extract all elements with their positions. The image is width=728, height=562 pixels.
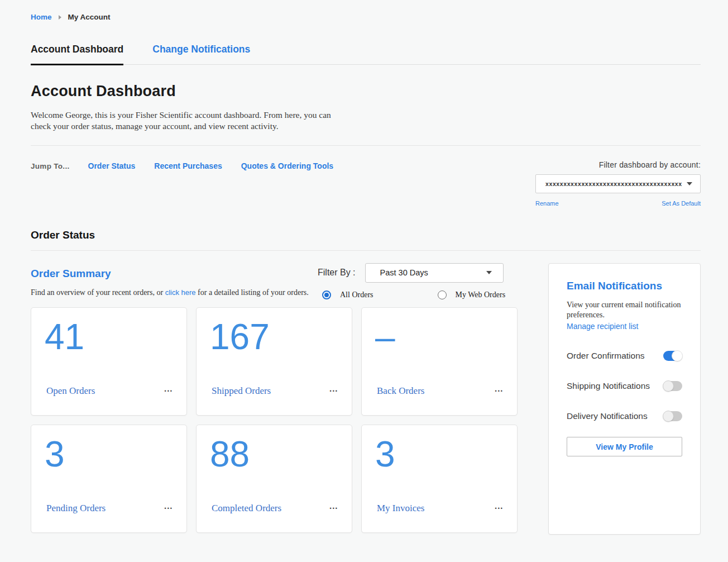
delivery-notifications-toggle[interactable] xyxy=(663,411,682,421)
tab-change-notifications[interactable]: Change Notifications xyxy=(152,44,250,64)
ellipsis-menu-icon[interactable]: ••• xyxy=(494,503,505,513)
date-range-select[interactable]: Past 30 Days xyxy=(365,263,504,283)
breadcrumb-separator-icon xyxy=(59,15,61,20)
breadcrumb-current: My Account xyxy=(68,13,111,21)
back-orders-link[interactable]: Back Orders xyxy=(377,385,424,397)
order-filter-controls: Filter By : Past 30 Days All Orders xyxy=(318,263,519,299)
email-notifications-panel: Email Notifications View your current em… xyxy=(548,263,701,535)
my-invoices-count: 3 xyxy=(375,434,504,475)
completed-orders-link[interactable]: Completed Orders xyxy=(212,503,281,514)
divider xyxy=(31,250,701,251)
email-notifications-title: Email Notifications xyxy=(567,280,682,292)
ellipsis-menu-icon[interactable]: ••• xyxy=(164,503,174,513)
pending-orders-count: 3 xyxy=(45,434,173,475)
welcome-text: Welcome George, this is your Fisher Scie… xyxy=(31,109,335,132)
delivery-notifications-label: Delivery Notifications xyxy=(567,411,648,421)
radio-icon xyxy=(322,290,331,299)
chevron-down-icon xyxy=(486,271,492,274)
toggle-knob xyxy=(663,380,674,392)
rename-link[interactable]: Rename xyxy=(535,200,559,207)
account-filter-label: Filter dashboard by account: xyxy=(535,160,701,169)
tab-account-dashboard[interactable]: Account Dashboard xyxy=(31,44,123,64)
tab-bar: Account Dashboard Change Notifications xyxy=(31,44,701,65)
card-completed-orders: 88 Completed Orders ••• xyxy=(196,425,352,533)
ellipsis-menu-icon[interactable]: ••• xyxy=(494,386,505,396)
account-select[interactable]: xxxxxxxxxxxxxxxxxxxxxxxxxxxxxxxxxxxxxx xyxy=(535,174,701,193)
set-as-default-link[interactable]: Set As Default xyxy=(662,200,701,207)
account-dashboard-page: Home My Account Account Dashboard Change… xyxy=(0,0,728,562)
order-summary-desc-suffix: for a detailed listing of your orders. xyxy=(196,288,309,297)
card-my-invoices: 3 My Invoices ••• xyxy=(361,425,518,533)
shipped-orders-count: 167 xyxy=(210,317,338,358)
radio-my-web-orders-label: My Web Orders xyxy=(456,290,506,299)
order-summary-cards: 41 Open Orders ••• 167 Shipped Orders ••… xyxy=(31,307,519,533)
chevron-down-icon xyxy=(687,182,692,185)
shipping-notifications-toggle[interactable] xyxy=(663,381,682,391)
jump-to-label: Jump To... xyxy=(31,162,70,170)
manage-recipient-list-link[interactable]: Manage recipient list xyxy=(567,322,682,331)
card-open-orders: 41 Open Orders ••• xyxy=(31,307,187,416)
account-filter: Filter dashboard by account: xxxxxxxxxxx… xyxy=(535,160,701,207)
jump-link-order-status[interactable]: Order Status xyxy=(88,161,136,170)
card-back-orders: – Back Orders ••• xyxy=(361,307,518,416)
radio-icon xyxy=(438,290,447,299)
shipped-orders-link[interactable]: Shipped Orders xyxy=(212,385,271,397)
date-range-value: Past 30 Days xyxy=(380,268,486,277)
shipping-notifications-label: Shipping Notifications xyxy=(567,381,650,391)
order-summary-header: Order Summary Find an overview of your r… xyxy=(31,263,309,297)
email-notifications-description: View your current email notification pre… xyxy=(567,300,682,320)
jump-link-recent-purchases[interactable]: Recent Purchases xyxy=(154,161,222,170)
view-my-profile-button[interactable]: View My Profile xyxy=(567,437,682,456)
open-orders-link[interactable]: Open Orders xyxy=(46,385,95,397)
account-select-value: xxxxxxxxxxxxxxxxxxxxxxxxxxxxxxxxxxxxxx xyxy=(545,180,687,187)
back-orders-count: – xyxy=(375,317,504,358)
jump-link-quotes-ordering-tools[interactable]: Quotes & Ordering Tools xyxy=(241,161,333,170)
breadcrumb: Home My Account xyxy=(31,0,701,21)
order-summary-heading: Order Summary xyxy=(31,268,309,280)
page-title: Account Dashboard xyxy=(31,83,701,100)
card-pending-orders: 3 Pending Orders ••• xyxy=(31,425,187,533)
jump-to-nav: Jump To... Order Status Recent Purchases… xyxy=(31,160,352,170)
ellipsis-menu-icon[interactable]: ••• xyxy=(164,386,174,396)
my-invoices-link[interactable]: My Invoices xyxy=(377,503,424,514)
radio-my-web-orders[interactable]: My Web Orders xyxy=(438,290,506,299)
order-confirmations-label: Order Confirmations xyxy=(567,351,645,361)
divider xyxy=(31,145,701,146)
radio-all-orders-label: All Orders xyxy=(340,290,373,299)
order-summary-desc-prefix: Find an overview of your recent orders, … xyxy=(31,288,165,297)
radio-all-orders[interactable]: All Orders xyxy=(322,290,373,299)
ellipsis-menu-icon[interactable]: ••• xyxy=(329,503,339,513)
open-orders-count: 41 xyxy=(45,317,173,358)
order-status-heading: Order Status xyxy=(31,229,701,241)
order-summary-description: Find an overview of your recent orders, … xyxy=(31,288,309,297)
toggle-knob xyxy=(663,411,674,422)
filter-by-label: Filter By : xyxy=(318,268,356,278)
toggle-knob xyxy=(672,350,683,361)
card-shipped-orders: 167 Shipped Orders ••• xyxy=(196,307,352,416)
order-confirmations-toggle[interactable] xyxy=(663,351,682,361)
completed-orders-count: 88 xyxy=(210,434,338,475)
pending-orders-link[interactable]: Pending Orders xyxy=(46,503,106,514)
breadcrumb-home-link[interactable]: Home xyxy=(31,13,52,21)
ellipsis-menu-icon[interactable]: ••• xyxy=(329,386,339,396)
click-here-link[interactable]: click here xyxy=(165,288,196,297)
